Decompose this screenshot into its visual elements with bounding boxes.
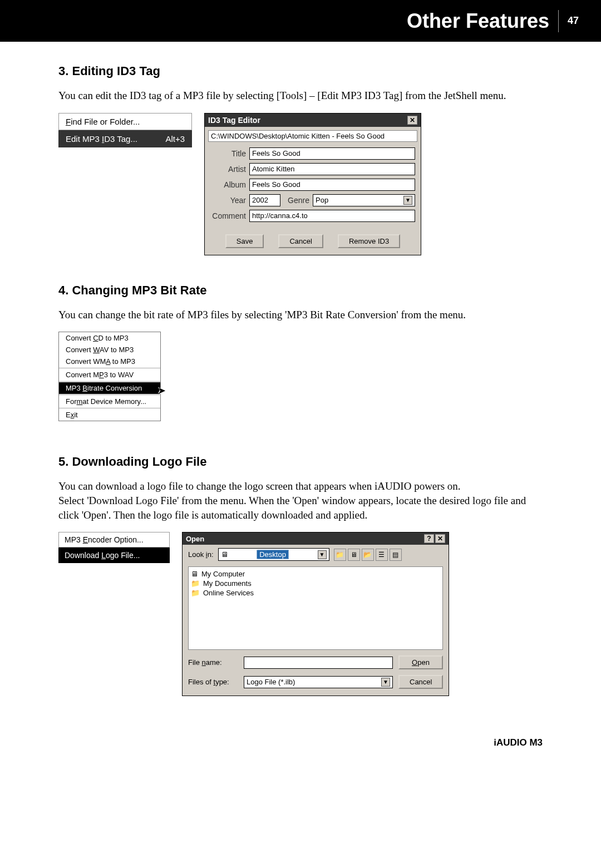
- look-in-label: Look in:: [188, 550, 214, 559]
- help-icon[interactable]: ?: [424, 534, 434, 543]
- menu-separator: [59, 381, 160, 382]
- label-artist: Artist: [210, 165, 246, 174]
- id3-form: Title Feels So Good Artist Atomic Kitten…: [205, 145, 421, 255]
- menu-edit-id3[interactable]: Edit MP3 ID3 Tag... Alt+3: [58, 130, 192, 147]
- computer-icon: 🖥: [191, 570, 198, 578]
- cancel-button[interactable]: Cancel: [398, 675, 443, 689]
- file-browser[interactable]: 🖥My Computer 📁My Documents 📁Online Servi…: [188, 566, 443, 650]
- menu-bitrate-conversion[interactable]: MP3 Bitrate Conversion ➤: [59, 382, 160, 394]
- menu-download-logo[interactable]: Download Logo File...: [58, 548, 170, 563]
- page-header: Other Features 47: [0, 0, 601, 42]
- label-title: Title: [210, 149, 246, 158]
- menu-separator: [59, 368, 160, 368]
- section3-body: You can edit the ID3 tag of a MP3 file b…: [58, 88, 543, 103]
- file-type-select[interactable]: Logo File (*.ilb) ▼: [244, 676, 393, 688]
- menu-edit-shortcut: Alt+3: [165, 134, 185, 144]
- up-folder-icon[interactable]: 📁: [334, 549, 346, 561]
- list-item[interactable]: 📁Online Services: [191, 588, 440, 598]
- footer-product: iAUDIO M3: [0, 724, 601, 748]
- input-comment[interactable]: http://canna.c4.to: [249, 210, 415, 222]
- look-in-row: Look in: 🖥 Desktop ▼ 📁 🖥 📂 ☰ ▤: [183, 545, 449, 564]
- menu-separator: [59, 408, 160, 408]
- cancel-button[interactable]: Cancel: [278, 234, 323, 248]
- chevron-down-icon[interactable]: ▼: [381, 678, 390, 687]
- section5-heading: 5. Downloading Logo File: [58, 455, 543, 469]
- header-title: Other Features: [407, 9, 549, 33]
- look-in-select[interactable]: 🖥 Desktop ▼: [218, 548, 329, 561]
- menu-mp3-to-wav[interactable]: Convert MP3 to WAV: [59, 369, 160, 381]
- close-icon[interactable]: ✕: [435, 534, 445, 543]
- label-genre: Genre: [284, 196, 309, 205]
- section5-body: You can download a logo file to change t…: [58, 479, 543, 522]
- input-year[interactable]: 2002: [249, 194, 280, 206]
- open-title: Open: [186, 535, 204, 543]
- label-album: Album: [210, 180, 246, 189]
- input-album[interactable]: Feels So Good: [249, 179, 415, 191]
- section4-heading: 4. Changing MP3 Bit Rate: [58, 283, 543, 298]
- dialog-toolbar: 📁 🖥 📂 ☰ ▤: [334, 549, 402, 561]
- new-folder-icon[interactable]: 📂: [362, 549, 374, 561]
- id3-title: ID3 Tag Editor: [208, 116, 260, 125]
- input-title[interactable]: Feels So Good: [249, 147, 415, 160]
- cursor-icon: ➤: [157, 384, 166, 397]
- id3-titlebar[interactable]: ID3 Tag Editor ✕: [205, 114, 421, 127]
- remove-id3-button[interactable]: Remove ID3: [338, 234, 400, 248]
- open-bottom-row: File name: Open Files of type: Logo File…: [183, 652, 449, 696]
- section5-row: MP3 Encoder Option... Download Logo File…: [58, 532, 543, 696]
- detail-view-icon[interactable]: ▤: [390, 549, 402, 561]
- menu-find-label: Find File or Folder...: [66, 117, 140, 126]
- input-artist[interactable]: Atomic Kitten: [249, 163, 415, 175]
- file-type-value: Logo File (*.ilb): [247, 678, 295, 686]
- menu-exit[interactable]: Exit: [59, 409, 160, 421]
- open-file-dialog: Open ? ✕ Look in: 🖥 Desktop ▼ 📁 🖥 📂 ☰: [182, 532, 449, 696]
- folder-icon: 📁: [191, 579, 200, 588]
- menu-convert-wav[interactable]: Convert WAV to MP3: [59, 344, 160, 356]
- section4-body: You can change the bit rate of MP3 files…: [58, 308, 543, 322]
- page-number: 47: [568, 15, 579, 27]
- header-divider: [558, 10, 559, 32]
- file-name-input[interactable]: [244, 657, 393, 669]
- folder-icon: 📁: [191, 589, 200, 597]
- menu-edit-label: Edit MP3 ID3 Tag...: [66, 134, 137, 144]
- id3-tag-editor-dialog: ID3 Tag Editor ✕ C:\WINDOWS\Desktop\Atom…: [204, 113, 421, 255]
- id3-file-path: C:\WINDOWS\Desktop\Atomic Kitten - Feels…: [208, 130, 417, 142]
- section3-heading: 3. Editing ID3 Tag: [58, 64, 543, 78]
- chevron-down-icon[interactable]: ▼: [403, 196, 412, 205]
- menu-convert-cd[interactable]: Convert CD to MP3: [59, 332, 160, 344]
- open-button[interactable]: Open: [398, 655, 443, 669]
- desktop-icon[interactable]: 🖥: [348, 549, 360, 561]
- file-name-label: File name:: [188, 658, 238, 667]
- close-icon[interactable]: ✕: [407, 116, 417, 125]
- list-item[interactable]: 📁My Documents: [191, 579, 440, 588]
- label-comment: Comment: [210, 211, 246, 220]
- open-titlebar[interactable]: Open ? ✕: [183, 532, 449, 545]
- page-content: 3. Editing ID3 Tag You can edit the ID3 …: [0, 42, 601, 696]
- genre-value: Pop: [316, 196, 328, 204]
- label-year: Year: [210, 196, 246, 205]
- menu-find-file[interactable]: Find File or Folder...: [58, 113, 192, 130]
- id3-context-menu: Find File or Folder... Edit MP3 ID3 Tag.…: [58, 113, 192, 255]
- menu-format-device[interactable]: Format Device Memory...: [59, 396, 160, 407]
- look-in-value: Desktop: [257, 550, 289, 559]
- file-type-label: Files of type:: [188, 678, 238, 686]
- desktop-icon: 🖥: [221, 550, 228, 559]
- list-view-icon[interactable]: ☰: [376, 549, 388, 561]
- list-item[interactable]: 🖥My Computer: [191, 569, 440, 579]
- chevron-down-icon[interactable]: ▼: [318, 550, 327, 559]
- menu-encoder-option[interactable]: MP3 Encoder Option...: [58, 532, 170, 548]
- menu-separator: [59, 394, 160, 395]
- save-button[interactable]: Save: [225, 234, 264, 248]
- section3-row: Find File or Folder... Edit MP3 ID3 Tag.…: [58, 113, 543, 255]
- select-genre[interactable]: Pop ▼: [313, 194, 415, 206]
- menu-convert-wma[interactable]: Convert WMA to MP3: [59, 356, 160, 367]
- tools-menu: Convert CD to MP3 Convert WAV to MP3 Con…: [58, 332, 161, 421]
- logo-menu: MP3 Encoder Option... Download Logo File…: [58, 532, 170, 696]
